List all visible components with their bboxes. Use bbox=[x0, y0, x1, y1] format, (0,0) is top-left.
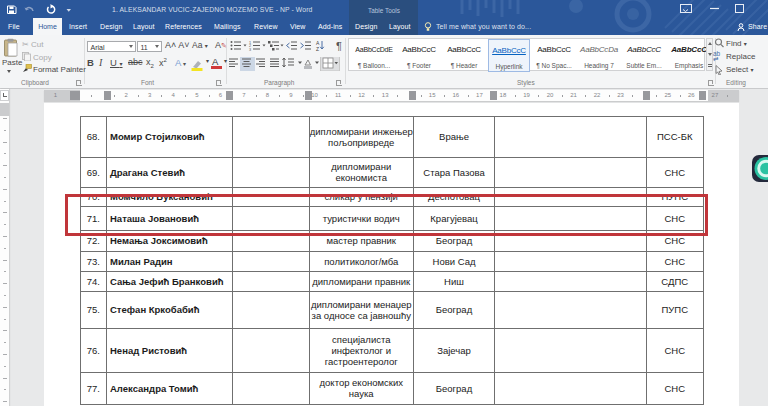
svg-text:A: A bbox=[316, 40, 320, 46]
svg-text:3: 3 bbox=[249, 48, 251, 51]
svg-text:Z: Z bbox=[316, 46, 319, 51]
svg-text:¶: ¶ bbox=[336, 40, 342, 51]
